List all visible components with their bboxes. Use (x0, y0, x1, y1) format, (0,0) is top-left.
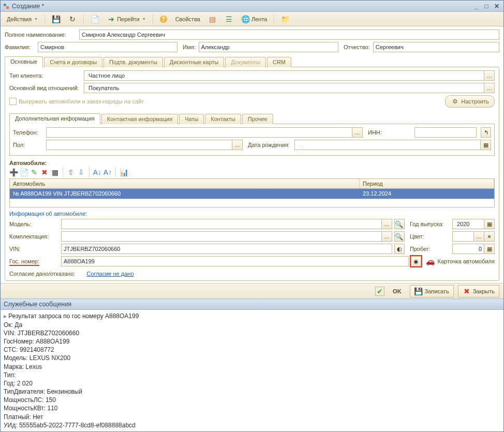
folder-icon-button[interactable]: 📁 (278, 13, 292, 25)
grid-row[interactable]: № A888OA199 VIN JTJBERBZ702060660 23.12.… (10, 189, 494, 199)
lookup-button[interactable]: … (381, 219, 392, 229)
floppy-icon: 💾 (414, 287, 423, 295)
magnifier-icon: 🔍 (395, 220, 404, 228)
refresh-icon-button[interactable]: ↻ (65, 13, 80, 25)
feed-button[interactable]: 🌐Лента (239, 13, 270, 25)
complect-search-button[interactable]: 🔍 (394, 231, 405, 242)
save-icon-button[interactable]: 💾 (49, 13, 63, 25)
consent-label: Согласие дано/отказано: (9, 271, 76, 277)
content-area: Полное наименование: Смирнов Александр С… (1, 26, 503, 283)
main-tabbar: Основные Счета и договоры Подтв. докумен… (5, 55, 499, 67)
move-down-icon[interactable]: ⇩ (77, 168, 85, 176)
calendar-button[interactable]: ▦ (480, 140, 491, 150)
list-icon-button[interactable]: ▤ (205, 13, 220, 25)
save-button[interactable]: 💾Записать (410, 285, 454, 297)
arrow-up-left-icon: ↰ (484, 129, 488, 136)
model-input[interactable]: … (61, 219, 392, 229)
configure-button[interactable]: ⚙Настроить (445, 95, 495, 108)
gos-lookup-button[interactable]: ◉ (411, 256, 421, 266)
calc-button[interactable]: ▦ (484, 244, 494, 254)
tab-contacts[interactable]: Контакты (205, 114, 241, 124)
grid-col-auto[interactable]: Автомобиль (10, 179, 360, 188)
system-messages-body: ▸ Результат запроса по гос номеру A888OA… (1, 310, 503, 431)
lookup-button[interactable]: … (232, 140, 242, 150)
tab-discount[interactable]: Дисконтные карты (164, 57, 224, 67)
inner-tabpage: Телефон: … ИНН: ↰ Пол: … Дата рождения: … (9, 124, 495, 156)
delete-icon[interactable]: ✖ (40, 168, 49, 176)
tree-icon-button[interactable]: ☰ (222, 13, 236, 25)
tab-accounts[interactable]: Счета и договоры (44, 57, 102, 67)
surname-input[interactable]: Смирнов (38, 42, 177, 52)
properties-button[interactable]: Свойства (172, 13, 203, 25)
tab-docs[interactable]: Подтв. документы (103, 57, 163, 67)
tab-documents[interactable]: Документы (225, 57, 266, 67)
full-name-input[interactable]: Смирнов Александр Сергеевич (79, 29, 499, 40)
floppy-icon: 💾 (52, 15, 60, 23)
minimize-button[interactable]: _ (471, 2, 481, 10)
upload-checkbox[interactable] (9, 98, 17, 105)
help-icon-button[interactable]: ? (157, 13, 170, 25)
tab-chats[interactable]: Чаты (179, 114, 204, 124)
complect-input[interactable]: … (61, 231, 392, 242)
sex-label: Пол: (13, 142, 44, 148)
inn-input[interactable] (414, 127, 477, 138)
tree-icon: ☰ (225, 15, 233, 23)
actions-menu[interactable]: Действия▼ (4, 13, 41, 25)
edit-icon[interactable]: ✎ (30, 168, 38, 176)
patronymic-input[interactable]: Сергеевич (373, 42, 499, 52)
tab-crm[interactable]: CRM (267, 57, 291, 67)
inn-label: ИНН: (368, 129, 412, 136)
gos-input[interactable]: A888OA199 (61, 256, 409, 266)
grid-icon[interactable]: ▦ (51, 168, 59, 176)
svg-point-0 (4, 3, 6, 6)
lookup-button[interactable]: … (352, 128, 362, 137)
model-search-button[interactable]: 🔍 (394, 219, 405, 229)
grid-col-period[interactable]: Период (360, 179, 494, 188)
year-label: Год выпуска: (410, 221, 450, 227)
lookup-button[interactable]: … (473, 232, 484, 241)
lookup-button[interactable]: … (381, 232, 392, 241)
inner-tabbar: Дополнительная информация Контактная инф… (9, 113, 495, 124)
copy-icon[interactable]: 📄 (20, 168, 28, 176)
move-up-icon[interactable]: ⇧ (67, 168, 75, 176)
clear-button[interactable]: × (484, 232, 494, 241)
ok-button[interactable]: OK (389, 287, 406, 296)
goto-menu[interactable]: ➔Перейти▼ (104, 13, 149, 25)
chart-icon[interactable]: 📊 (120, 168, 128, 176)
stamp-icon: ◉ (413, 258, 419, 265)
autos-header: Автомобили: (9, 160, 495, 166)
tab-additional-info[interactable]: Дополнительная информация (9, 113, 100, 124)
close-icon: ✖ (463, 287, 471, 295)
sort-asc-icon[interactable]: A↓ (93, 168, 101, 176)
birthdate-input[interactable]: . .▦ (294, 140, 491, 150)
consent-link[interactable]: Согласие не дано (86, 271, 134, 277)
phone-input[interactable]: … (46, 127, 363, 138)
client-type-input[interactable]: Частное лицо… (84, 70, 495, 81)
add-icon[interactable]: ➕ (9, 168, 18, 176)
color-input[interactable]: …× (452, 231, 495, 242)
lookup-button[interactable]: … (484, 71, 494, 80)
car-card-link[interactable]: Карточка автомобиля (438, 258, 495, 264)
mileage-input[interactable]: 0▦ (452, 244, 495, 254)
sort-desc-icon[interactable]: A↑ (103, 168, 112, 176)
inn-action-button[interactable]: ↰ (481, 127, 491, 138)
close-button[interactable]: ✖Закрыть (458, 285, 499, 297)
sex-input[interactable]: … (46, 140, 243, 150)
calendar-button[interactable]: ▦ (484, 219, 494, 229)
related-icon-button[interactable]: 📄 (87, 13, 102, 25)
tab-other[interactable]: Прочее (242, 114, 273, 124)
tab-contact-info[interactable]: Контактная информация (101, 114, 178, 124)
vin-action-button[interactable]: ◐ (394, 244, 405, 254)
main-toolbar: Действия▼ 💾 ↻ 📄 ➔Перейти▼ ? Свойства ▤ ☰… (1, 12, 503, 26)
upload-label: Выгружать автомобили и заказ-наряды на с… (19, 98, 145, 105)
lookup-button[interactable]: … (484, 83, 494, 93)
grid-cell-period: 23.12.2024 (360, 189, 494, 199)
vin-input[interactable]: JTJBERBZ702060660 (61, 244, 392, 254)
year-input[interactable]: 2020▦ (452, 219, 495, 229)
name-input[interactable]: Александр (199, 42, 338, 52)
relation-input[interactable]: Покупатель… (84, 83, 495, 93)
app-icon (3, 3, 10, 10)
close-window-button[interactable]: ✕ (492, 2, 501, 10)
tab-main[interactable]: Основные (5, 56, 43, 67)
maximize-button[interactable]: □ (482, 2, 491, 10)
